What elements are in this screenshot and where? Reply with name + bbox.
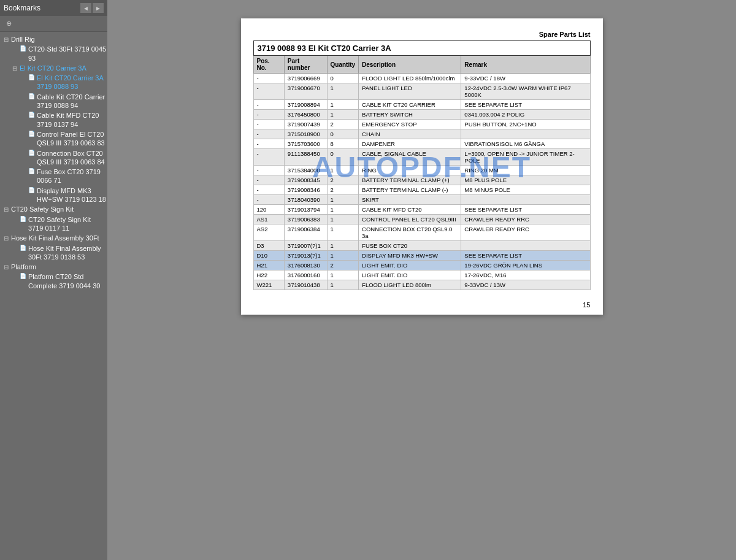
table-cell: 1	[327, 241, 359, 251]
table-row: -37153840001RINGRING 20 MM	[253, 166, 590, 175]
table-cell: 3719006384	[284, 224, 327, 241]
table-cell: 2	[327, 175, 359, 185]
table-cell: DAMPENER	[359, 139, 461, 149]
table-cell: PUSH BUTTON, 2NC+1NO	[461, 120, 590, 129]
sidebar-item-el-kit-folder[interactable]: ⊟ El Kit CT20 Carrier 3A	[0, 63, 107, 73]
table-cell: FUSE BOX CT20	[359, 241, 461, 251]
table-cell: M8 MINUS POLE	[461, 185, 590, 195]
table-cell: AS1	[253, 215, 284, 224]
table-cell: BATTERY SWITCH	[359, 110, 461, 120]
table-cell: 3715018900	[284, 129, 327, 139]
table-cell: SEE SEPARATE LIST	[461, 205, 590, 215]
table-cell: -	[253, 83, 284, 100]
sidebar: Bookmarks ◄ ► ⊕ ⊟ Drill Rig 📄 CT20-Std 3…	[0, 0, 107, 560]
table-row: -37190083462BATTERY TERMINAL CLAMP (-)M8…	[253, 185, 590, 195]
sidebar-label-hose-kit: Hose Kit Final Assembly 30Ft	[11, 234, 107, 242]
table-row: D103719013(?)11DISPLAY MFD MK3 HW+SWSEE …	[253, 251, 590, 261]
table-cell: 3176000160	[284, 270, 327, 280]
table-cell: 3719007(?)1	[284, 241, 327, 251]
sidebar-item-cable-kit-ct20[interactable]: 📄 Cable Kit CT20 Carrier 3719 0088 94	[0, 92, 107, 111]
toggle-hose-kit[interactable]: ⊟	[4, 234, 11, 242]
table-cell: CHAIN	[359, 129, 461, 139]
sidebar-item-ct20-std[interactable]: 📄 CT20-Std 30Ft 3719 0045 93	[0, 44, 107, 63]
table-cell: 1	[327, 205, 359, 215]
bookmarks-header: Bookmarks ◄ ►	[0, 0, 107, 16]
sidebar-item-drill-rig[interactable]: ⊟ Drill Rig	[0, 34, 107, 44]
table-cell: 3718040390	[284, 195, 327, 205]
table-row: H2131760081302LIGHT EMIT. DIO19-26VDC GR…	[253, 261, 590, 270]
table-row: H2231760001601LIGHT EMIT. DIO17-26VDC, M…	[253, 270, 590, 280]
table-cell: L=3000, OPEN END -> JUNIOR TIMER 2-POLE	[461, 149, 590, 166]
table-cell: CABLE KIT MFD CT20	[359, 205, 461, 215]
table-cell: -	[253, 110, 284, 120]
toggle-platform[interactable]: ⊟	[4, 263, 11, 271]
table-row: -37190083452BATTERY TERMINAL CLAMP (+)M8…	[253, 175, 590, 185]
table-cell: 0	[327, 74, 359, 83]
table-cell: BATTERY TERMINAL CLAMP (+)	[359, 175, 461, 185]
add-bookmark-icon[interactable]: ⊕	[2, 18, 15, 29]
table-cell: 3719006670	[284, 83, 327, 100]
sidebar-item-connection-box[interactable]: 📄 Connection Box CT20 QSL9 III 3719 0063…	[0, 148, 107, 167]
table-cell: 9-33VDC / 18W	[461, 74, 590, 83]
table-cell: 3719013(?)1	[284, 251, 327, 261]
toggle-cable-kit-mfd	[21, 112, 28, 120]
table-row: AS237190063841CONNECTION BOX CT20 QSL9.0…	[253, 224, 590, 241]
table-cell: CRAWLER READY RRC	[461, 224, 590, 241]
table-cell: FLOOD LIGHT LED 800lm	[359, 280, 461, 290]
table-cell: SEE SEPARATE LIST	[461, 251, 590, 261]
sidebar-item-hose-kit[interactable]: ⊟ Hose Kit Final Assembly 30Ft	[0, 233, 107, 243]
sidebar-label-safety-sign-doc: CT20 Safety Sign Kit 3719 0117 11	[28, 215, 107, 233]
table-cell: -	[253, 100, 284, 110]
table-cell: 3176008130	[284, 261, 327, 270]
table-row: -37190066690FLOOD LIGHT LED 850lm/1000cl…	[253, 74, 590, 83]
table-row: D33719007(?)11FUSE BOX CT20	[253, 241, 590, 251]
table-cell: SKIRT	[359, 195, 461, 205]
sidebar-item-control-panel[interactable]: 📄 Control Panel El CT20 QSL9 III 3719 00…	[0, 129, 107, 148]
table-cell: DISPLAY MFD MK3 HW+SW	[359, 251, 461, 261]
sidebar-item-platform[interactable]: ⊟ Platform	[0, 262, 107, 272]
sidebar-item-el-kit-doc[interactable]: 📄 El Kit CT20 Carrier 3A 3719 0088 93	[0, 73, 107, 92]
toggle-el-kit[interactable]: ⊟	[12, 64, 20, 72]
table-cell: 1	[327, 215, 359, 224]
bookmarks-title: Bookmarks	[4, 4, 40, 12]
sidebar-item-platform-doc[interactable]: 📄 Platform CT20 Std Complete 3719 0044 3…	[0, 272, 107, 291]
table-cell: CONNECTION BOX CT20 QSL9.0 3a	[359, 224, 461, 241]
doc-icon-el-kit: 📄	[28, 74, 37, 82]
table-cell: -	[253, 175, 284, 185]
toggle-safety-sign-kit[interactable]: ⊟	[4, 205, 11, 213]
table-title: 3719 0088 93 El Kit CT20 Carrier 3A	[253, 41, 590, 56]
sidebar-label-fuse-box: Fuse Box CT20 3719 0066 71	[37, 167, 107, 185]
table-cell: 0	[327, 149, 359, 166]
doc-icon-cable-kit-ct20: 📄	[28, 93, 37, 101]
toggle-ct20-std	[12, 45, 20, 53]
table-cell: 1	[327, 224, 359, 241]
toggle-drill-rig[interactable]: ⊟	[4, 36, 11, 44]
toggle-platform-doc	[12, 273, 20, 281]
col-desc: Description	[359, 56, 461, 74]
collapse-icon[interactable]: ◄	[80, 3, 91, 13]
sidebar-label-cable-kit-mfd: Cable Kit MFD CT20 3719 0137 94	[37, 111, 107, 129]
table-cell: 3719008345	[284, 175, 327, 185]
sidebar-item-hose-kit-doc[interactable]: 📄 Hose Kit Final Assembly 30Ft 3719 0138…	[0, 244, 107, 263]
toggle-control-panel	[21, 131, 28, 139]
table-row: 12037190137941CABLE KIT MFD CT20SEE SEPA…	[253, 205, 590, 215]
expand-icon[interactable]: ►	[93, 3, 104, 13]
col-part: Part number	[284, 56, 327, 74]
table-row: AS137190063831CONTROL PANEL EL CT20 QSL9…	[253, 215, 590, 224]
sidebar-item-display-mfd[interactable]: 📄 Display MFD MK3 HW+SW 3719 0123 18	[0, 186, 107, 205]
table-row: -37190074392EMERGENCY STOPPUSH BUTTON, 2…	[253, 120, 590, 129]
doc-icon-platform: 📄	[20, 273, 28, 280]
sidebar-item-safety-sign-doc[interactable]: 📄 CT20 Safety Sign Kit 3719 0117 11	[0, 215, 107, 234]
sidebar-item-cable-kit-mfd[interactable]: 📄 Cable Kit MFD CT20 3719 0137 94	[0, 110, 107, 129]
sidebar-label-el-kit-folder: El Kit CT20 Carrier 3A	[20, 64, 107, 72]
toggle-safety-sign-doc	[12, 216, 20, 224]
table-cell: CABLE, SIGNAL CABLE	[359, 149, 461, 166]
sidebar-item-fuse-box[interactable]: 📄 Fuse Box CT20 3719 0066 71	[0, 167, 107, 186]
table-cell: FLOOD LIGHT LED 850lm/1000clm	[359, 74, 461, 83]
table-title-row: 3719 0088 93 El Kit CT20 Carrier 3A	[253, 41, 590, 56]
parts-table: 3719 0088 93 El Kit CT20 Carrier 3A Pos.…	[253, 40, 591, 290]
sidebar-item-safety-sign-kit[interactable]: ⊟ CT20 Safety Sign Kit	[0, 204, 107, 214]
table-cell: 2	[327, 185, 359, 195]
sidebar-content[interactable]: ⊟ Drill Rig 📄 CT20-Std 30Ft 3719 0045 93…	[0, 32, 107, 560]
table-row: -31764508001BATTERY SWITCH0341.003.004 2…	[253, 110, 590, 120]
